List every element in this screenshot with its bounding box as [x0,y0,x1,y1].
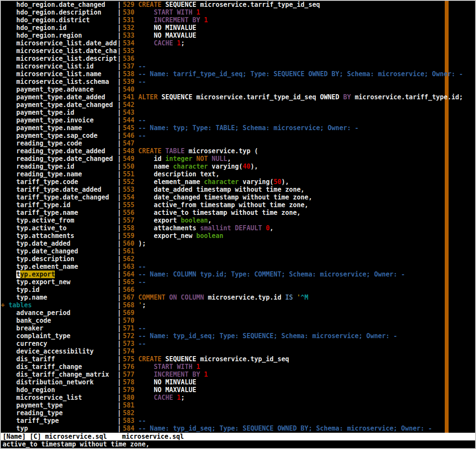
tag-item[interactable]: typ.date_changed [1,247,117,255]
tag-item[interactable]: typ.element_name [1,263,117,271]
tag-item[interactable]: device_accessibility [1,348,117,355]
tag-item[interactable]: payment_type.advance [1,86,117,93]
code-line[interactable]: 562 [121,255,475,263]
code-line[interactable]: 557 export boolean, [121,217,475,224]
code-line[interactable]: 531 INCREMENT BY 1 [121,16,475,24]
tag-item[interactable]: payment_type.date_changed [1,101,117,109]
tag-item[interactable]: tariff_type.code [1,178,117,186]
tag-item[interactable]: payment_type.date_added [1,93,117,101]
tag-item[interactable]: reading_type.id [1,163,117,170]
code-line[interactable]: 578 NO MINVALUE [121,378,475,386]
code-line[interactable]: 549 id integer NOT NULL, [121,155,475,163]
code-line[interactable]: 534 CACHE 1; [121,39,475,47]
tag-item[interactable]: microservice_list.id [1,62,117,70]
code-line[interactable]: 542 [121,101,475,109]
tag-item[interactable]: typ.name [1,294,117,301]
tag-item[interactable]: tariff_type.date_added [1,186,117,193]
code-line[interactable]: 533 NO MAXVALUE [121,32,475,39]
code-line[interactable]: 535 [121,47,475,55]
code-line[interactable]: 572 -- Name: typ_id_seq; Type: SEQUENCE;… [121,332,475,340]
tag-item[interactable]: hdo_region.date_changed [1,1,117,9]
tag-item[interactable]: typ.id [1,286,117,294]
code-line[interactable]: 543 [121,109,475,116]
code-line[interactable]: 545 -- Name: typ; Type: TABLE; Schema: m… [121,124,475,132]
tag-item[interactable]: microservice_list.descript [1,55,117,62]
tag-item[interactable]: tariff_type.name [1,209,117,217]
tag-item[interactable]: currency [1,340,117,348]
code-line[interactable]: 556 active_to timestamp without time zon… [121,209,475,217]
code-line[interactable]: 551 description text, [121,170,475,178]
tag-item[interactable]: typ.date_added [1,240,117,247]
code-line[interactable]: 553 date_added timestamp without time zo… [121,186,475,193]
tag-item[interactable]: microservice_list.date_add [1,39,117,47]
tag-item[interactable]: reading_type [1,409,117,417]
tag-item[interactable]: breaker [1,324,117,332]
code-line[interactable]: 564 -- Name: COLUMN typ.id; Type: COMMEN… [121,271,475,278]
code-line[interactable]: 570 [121,317,475,324]
tag-item[interactable]: reading_type.date_changed [1,155,117,163]
code-line[interactable]: 566 [121,286,475,294]
code-line[interactable]: 550 name character varying(40), [121,163,475,170]
code-line[interactable]: 530 START WITH 1 [121,9,475,16]
code-line[interactable]: 560 ); [121,240,475,247]
code-line[interactable]: 536 [121,55,475,62]
code-line[interactable]: 538 -- Name: tarrif_type_id_seq; Type: S… [121,70,475,78]
tag-item[interactable]: microservice_list.schema [1,78,117,86]
tag-item[interactable]: typ.export_new [1,278,117,286]
tag-item[interactable]: microservice_list.date_cha [1,47,117,55]
code-line[interactable]: 563 -- [121,263,475,271]
tag-item[interactable]: typ.active_to [1,224,117,232]
tag-item[interactable]: bank_code [1,317,117,324]
tag-item[interactable]: payment_type.id [1,109,117,116]
tag-item[interactable]: reading_type.name [1,170,117,178]
code-line[interactable]: 573 -- [121,340,475,348]
tag-item[interactable]: typ.attachments [1,232,117,240]
tag-item[interactable]: payment_type.invoice [1,116,117,124]
code-line[interactable]: 537 -- [121,62,475,70]
code-line[interactable]: 576 START WITH 1 [121,363,475,371]
tag-item[interactable]: microservice_list.name [1,70,117,78]
code-line[interactable]: 583 -- [121,417,475,425]
tag-item[interactable]: payment_type [1,401,117,409]
code-line[interactable]: 539 -- [121,78,475,86]
tag-item[interactable]: hdo_region [1,386,117,394]
tag-item[interactable]: hdo_region.region [1,32,117,39]
tag-item[interactable]: tariff_type [1,417,117,425]
code-line[interactable]: 544 -- [121,116,475,124]
tagbar-panel[interactable]: hdo_region.date_changed hdo_region.descr… [1,1,117,433]
tag-item[interactable]: reading_type.code [1,140,117,147]
editor-panel[interactable]: 529 CREATE SEQUENCE microservice.tarrif_… [121,1,475,433]
code-line[interactable]: 579 NO MAXVALUE [121,386,475,394]
tag-item[interactable]: reading_type.date_added [1,147,117,155]
code-line[interactable]: 546 -- [121,132,475,140]
tag-item[interactable]: distribution_network [1,378,117,386]
code-line[interactable]: 555 active_from timestamp without time z… [121,201,475,209]
code-line[interactable]: 540 [121,86,475,93]
tag-item[interactable]: typ.description [1,255,117,263]
code-line[interactable]: 552 element_name character varying(50), [121,178,475,186]
tag-item[interactable]: complaint_type [1,332,117,340]
tag-item[interactable]: dis_tariff_change_matrix [1,371,117,378]
code-line[interactable]: 568 '; [121,301,475,309]
tag-item[interactable]: advance_period [1,309,117,317]
code-line[interactable]: 571 -- [121,324,475,332]
code-line[interactable]: 559 export_new boolean [121,232,475,240]
tag-item[interactable]: tariff_type.date_changed [1,193,117,201]
fold-expand-icon[interactable]: + [1,301,9,309]
code-line[interactable]: 548 CREATE TABLE microservice.typ ( [121,147,475,155]
code-line[interactable]: 581 [121,401,475,409]
tag-item[interactable]: dis_tariff_change [1,363,117,371]
tag-item[interactable]: hdo_region.description [1,9,117,16]
code-line[interactable]: 584 -- Name: typ_id_seq; Type: SEQUENCE … [121,425,475,432]
tag-item[interactable]: dis_tariff [1,355,117,363]
tag-item[interactable]: typ.active_from [1,217,117,224]
tag-item[interactable]: payment_type.name [1,124,117,132]
code-line[interactable]: 575 CREATE SEQUENCE microservice.typ_id_… [121,355,475,363]
tag-item[interactable]: tariff_type.id [1,201,117,209]
code-line[interactable]: 558 attachments smallint DEFAULT 0, [121,224,475,232]
code-line[interactable]: 565 -- [121,278,475,286]
tag-item[interactable]: microservice_list [1,394,117,401]
tag-item[interactable]: typ [1,425,117,432]
tag-item[interactable]: hdo_region.district [1,16,117,24]
code-line[interactable]: 554 date_changed timestamp without time … [121,193,475,201]
